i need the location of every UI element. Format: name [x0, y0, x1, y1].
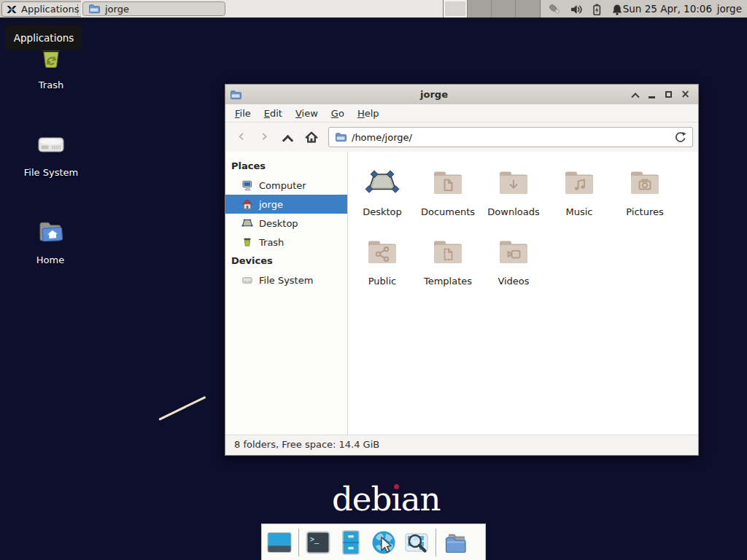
dock-separator: [436, 529, 436, 556]
applications-tooltip: Applications: [6, 25, 82, 50]
minimize-icon: [649, 96, 655, 98]
minimize-button[interactable]: [643, 86, 660, 103]
sidebar-item-jorge[interactable]: jorge: [225, 195, 347, 214]
folder-item-downloads[interactable]: Downloads: [481, 165, 546, 217]
debian-logo-text: an: [401, 480, 441, 518]
location-bar[interactable]: [328, 127, 693, 147]
workspace-3[interactable]: [492, 0, 516, 18]
public-folder-icon: [365, 234, 400, 269]
clock[interactable]: Sun 25 Apr, 10:06: [623, 0, 712, 18]
reload-icon[interactable]: [675, 131, 686, 143]
back-icon: ‹: [238, 128, 244, 144]
home-icon: [304, 130, 319, 144]
taskbar-folder-icon: [88, 3, 100, 15]
session-user-label[interactable]: jorge: [717, 0, 742, 18]
desktop-icon-home[interactable]: Home: [15, 214, 85, 265]
shade-button[interactable]: [627, 86, 643, 103]
close-button[interactable]: ×: [677, 86, 694, 103]
menu-go[interactable]: Go: [325, 106, 351, 121]
close-icon: ×: [681, 89, 690, 100]
application-finder-icon: [403, 529, 430, 556]
window-title: jorge: [241, 89, 627, 100]
desktop-icon-label: Trash: [16, 79, 86, 90]
dock-web-browser-button[interactable]: [370, 529, 398, 556]
dock-file-cabinet-button[interactable]: [337, 529, 365, 556]
desktop-icon-label: File System: [16, 167, 86, 178]
computer-icon: [241, 179, 253, 191]
dock-separator: [298, 529, 299, 556]
sidebar-item-trash[interactable]: Trash: [225, 233, 347, 252]
dock-show-desktop-button[interactable]: [266, 529, 293, 556]
sidebar: Places Computer jorge Desktop Trash: [225, 152, 348, 435]
menu-view[interactable]: View: [289, 106, 325, 121]
debian-logo-i: ı: [391, 480, 400, 518]
applications-menu-icon: [6, 4, 18, 15]
cursor-trail-artifact: [158, 396, 206, 421]
folder-item-videos[interactable]: Videos: [481, 234, 546, 287]
downloads-folder-icon: [496, 165, 531, 200]
hard-drive-icon: [241, 274, 253, 286]
panel-separator-handle[interactable]: [77, 4, 80, 15]
folder-view: Desktop Documents Downloads Music Pictur…: [348, 152, 698, 435]
desktop-screen: Applications jorge Sun 25 Apr, 10:06 jor…: [0, 0, 747, 560]
terminal-icon: [304, 529, 332, 556]
up-button[interactable]: [277, 127, 298, 148]
file-manager-window: jorge × File Edit View Go Help ‹ ›: [225, 84, 699, 456]
folder-item-documents[interactable]: Documents: [415, 165, 481, 217]
trash-icon: [241, 236, 253, 248]
folder-item-public[interactable]: Public: [349, 234, 415, 287]
debian-logo-text: deb: [332, 480, 391, 518]
window-folder-icon: [230, 89, 241, 101]
workspace-4[interactable]: [516, 0, 540, 18]
folder-item-music[interactable]: Music: [546, 165, 612, 217]
templates-folder-icon: [430, 234, 465, 269]
applications-menu-label: Applications: [21, 4, 79, 15]
web-browser-globe-icon: [370, 529, 398, 556]
sidebar-item-desktop[interactable]: Desktop: [225, 214, 347, 233]
applications-menu-button[interactable]: Applications: [1, 1, 85, 17]
taskbar-window-button[interactable]: jorge: [82, 1, 225, 16]
debian-logo-red-dot: [394, 484, 399, 489]
maximize-button[interactable]: [660, 86, 677, 103]
path-folder-icon: [335, 131, 347, 143]
power-adapter-icon[interactable]: [548, 2, 562, 17]
sidebar-item-computer[interactable]: Computer: [225, 176, 347, 195]
dock-app-finder-button[interactable]: [403, 529, 430, 556]
menu-edit[interactable]: Edit: [258, 106, 289, 121]
music-folder-icon: [562, 165, 597, 200]
sidebar-header-devices: Devices: [225, 252, 347, 271]
dock-file-manager-button[interactable]: [441, 529, 469, 556]
folder-item-desktop[interactable]: Desktop: [349, 165, 415, 217]
hard-drive-icon: [34, 127, 69, 162]
sidebar-header-places: Places: [225, 157, 347, 176]
taskbar-window-label: jorge: [105, 4, 129, 15]
toolbar: ‹ ›: [225, 122, 698, 152]
folder-item-pictures[interactable]: Pictures: [612, 165, 678, 217]
desktop-icon-file-system[interactable]: File System: [16, 127, 86, 178]
battery-charging-icon[interactable]: [590, 3, 603, 16]
window-titlebar[interactable]: jorge ×: [225, 85, 698, 104]
system-tray: [548, 2, 624, 17]
menu-file[interactable]: File: [228, 106, 258, 121]
forward-button[interactable]: ›: [254, 127, 275, 148]
folder-item-templates[interactable]: Templates: [415, 234, 481, 287]
path-input[interactable]: [352, 132, 670, 143]
notifications-bell-icon[interactable]: [611, 3, 624, 16]
dock-terminal-button[interactable]: [304, 529, 332, 556]
forward-icon: ›: [261, 128, 268, 144]
workspace-switcher: [443, 0, 541, 18]
desktop-icon: [365, 165, 400, 200]
file-manager-folder-icon: [441, 529, 469, 556]
debian-logo: debıan: [332, 480, 440, 518]
documents-folder-icon: [430, 165, 465, 200]
home-button[interactable]: [301, 127, 322, 148]
workspace-1[interactable]: [444, 0, 468, 18]
volume-icon[interactable]: [570, 3, 583, 16]
sidebar-item-file-system[interactable]: File System: [225, 271, 347, 289]
back-button[interactable]: ‹: [231, 127, 252, 148]
workspace-2[interactable]: [468, 0, 492, 18]
videos-folder-icon: [496, 234, 531, 269]
window-body: Places Computer jorge Desktop Trash: [225, 152, 698, 435]
home-folder-icon: [33, 214, 68, 249]
menu-help[interactable]: Help: [351, 106, 386, 121]
